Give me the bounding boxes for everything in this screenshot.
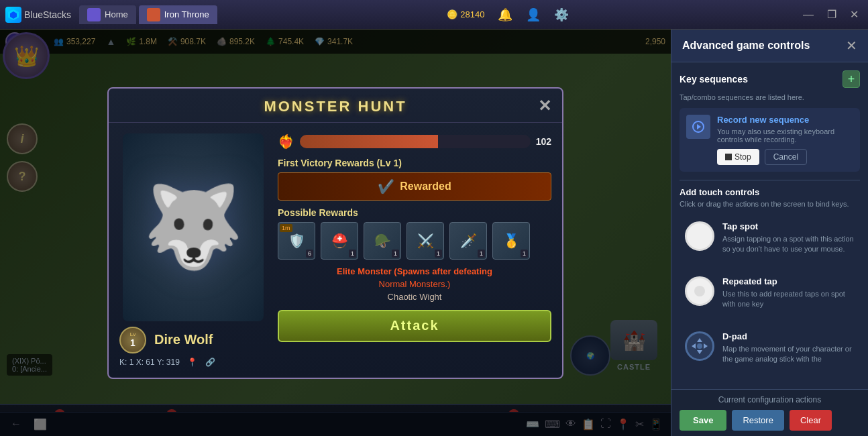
repeated-tap-text: Repeated tap Use this to add repeated ta…: [722, 276, 855, 310]
window-controls: — ❐ ✕: [799, 7, 868, 22]
save-button[interactable]: Save: [680, 410, 726, 431]
hp-icon: ❤️‍🔥: [278, 133, 294, 150]
rewarded-text: Rewarded: [400, 180, 451, 193]
svg-marker-3: [697, 124, 701, 129]
currency-amount: 28140: [460, 9, 484, 19]
attack-button[interactable]: Attack: [278, 310, 551, 342]
reward-item-4: ⚔️ 1: [406, 222, 444, 260]
lv-num: 1: [130, 337, 135, 348]
location-pin-icon[interactable]: 📍: [187, 358, 197, 367]
reward-item: 🛡️ 1m 6: [278, 222, 315, 260]
monster-area: 🐺 Lv 1 Dire Wolf K: 1 X: 6: [119, 133, 267, 367]
title-bar-left: BlueStacks Home Iron Throne: [0, 5, 217, 24]
reward-item-2: ⛑️ 1: [321, 222, 358, 260]
record-icon: [686, 115, 710, 139]
app-name: BlueStacks: [24, 9, 71, 20]
game-area: 13 ✕ 👥 353,227 ▲ 🌿 1.8M ⚒️ 908.7K 🪨 895.…: [0, 30, 868, 436]
repeated-tap-item[interactable]: Repeated tap Use this to add repeated ta…: [680, 271, 860, 315]
tap-spot-title: Tap spot: [722, 221, 855, 231]
game-icon: [147, 8, 160, 21]
share-icon[interactable]: 🔗: [205, 358, 215, 367]
svg-point-8: [697, 343, 702, 349]
add-sequence-button[interactable]: +: [843, 70, 860, 88]
spawn-text: Normal Monsters.): [278, 279, 551, 289]
dpad-text: D-pad Map the movement of your character…: [722, 331, 855, 365]
modal-overlay: MONSTER HUNT ✕ 🐺 Lv 1: [0, 30, 671, 436]
divider-1: [680, 180, 860, 180]
monster-info: Lv 1 Dire Wolf K: 1 X: 61 Y: 319 📍 🔗: [119, 327, 267, 367]
repeated-tap-circle: [685, 276, 714, 306]
reward-icon-2: ⛑️: [331, 233, 348, 249]
level-circle: Lv 1: [119, 327, 146, 353]
tab-game[interactable]: Iron Throne: [139, 5, 217, 24]
svg-marker-5: [697, 350, 702, 354]
reward-icon-6: 🥇: [503, 233, 520, 249]
restore-button[interactable]: Restore: [732, 410, 784, 431]
settings-icon[interactable]: ⚙️: [554, 7, 569, 22]
wolf-emoji: 🐺: [143, 180, 243, 274]
dpad-title: D-pad: [722, 331, 855, 341]
tap-spot-text: Tap spot Assign tapping on a spot with t…: [722, 221, 855, 255]
reward-icon-1: 🛡️: [288, 233, 305, 249]
possible-title: Possible Rewards: [278, 207, 551, 218]
first-victory-section: First Victory Rewards (Lv 1) ✔️ Rewarded: [278, 158, 551, 201]
advanced-panel: Advanced game controls ✕ Key sequences +…: [671, 30, 868, 436]
key-sequences-desc: Tap/combo sequences are listed here.: [680, 93, 860, 101]
title-bar-center: 🪙 28140 🔔 👤 ⚙️: [217, 7, 799, 22]
repeated-tap-title: Repeated tap: [722, 276, 855, 286]
reward-badge-4: 1: [435, 250, 442, 258]
dpad-item[interactable]: D-pad Map the movement of your character…: [680, 326, 860, 370]
rewarded-box: ✔️ Rewarded: [278, 172, 551, 201]
svg-marker-6: [692, 343, 696, 349]
elite-monster-text: Elite Monster (Spawns after defeating: [278, 266, 551, 276]
record-buttons: Stop Cancel: [717, 149, 853, 165]
advanced-panel-body: Key sequences + Tap/combo sequences are …: [671, 62, 868, 389]
footer-title: Current configuration actions: [680, 395, 860, 404]
record-sequence-box: Record new sequence You may also use exi…: [680, 108, 860, 172]
advanced-panel-close[interactable]: ✕: [846, 38, 857, 54]
lv-text: Lv: [130, 331, 135, 337]
reward-item-6: 🥇 1: [492, 222, 530, 260]
notification-icon[interactable]: 🔔: [498, 7, 512, 22]
footer-buttons: Save Restore Clear: [680, 410, 860, 431]
key-sequences-header: Key sequences +: [680, 70, 860, 88]
minimize-button[interactable]: —: [799, 7, 818, 22]
reward-icon-5: 🗡️: [460, 233, 477, 249]
modal-title: MONSTER HUNT: [109, 89, 562, 123]
dpad-desc: Map the movement of your character or th…: [722, 344, 855, 365]
tab-home[interactable]: Home: [79, 5, 136, 24]
record-desc: You may also use existing keyboard contr…: [717, 127, 853, 144]
monster-image: 🐺: [123, 133, 264, 321]
reward-badge-6: 1: [521, 250, 528, 258]
monster-hunt-modal: MONSTER HUNT ✕ 🐺 Lv 1: [107, 87, 563, 379]
advanced-panel-footer: Current configuration actions Save Resto…: [671, 389, 868, 436]
profile-icon[interactable]: 👤: [526, 7, 541, 22]
modal-close-button[interactable]: ✕: [538, 97, 551, 115]
tap-spot-item[interactable]: Tap spot Assign tapping on a spot with t…: [680, 216, 860, 260]
bluestacks-logo: [5, 7, 21, 23]
cancel-button[interactable]: Cancel: [765, 149, 807, 165]
reward-item-5: 🗡️ 1: [449, 222, 487, 260]
key-sequences-title: Key sequences: [680, 74, 748, 85]
maximize-button[interactable]: ❐: [823, 7, 840, 22]
hp-value: 102: [536, 136, 551, 147]
reward-icon-4: ⚔️: [417, 233, 434, 249]
reward-icon-3: 🪖: [374, 233, 391, 249]
advanced-panel-header: Advanced game controls ✕: [671, 30, 868, 62]
hp-bar: [300, 135, 531, 148]
reward-title: First Victory Rewards (Lv 1): [278, 158, 551, 168]
monster-coords: K: 1 X: 61 Y: 319 📍 🔗: [119, 358, 267, 367]
add-touch-desc: Click or drag the actions on the screen …: [680, 200, 860, 208]
reward-badge-5: 1: [478, 250, 485, 258]
svg-marker-4: [697, 338, 702, 342]
reward-badge-tl-1: 1m: [280, 224, 292, 232]
advanced-panel-title: Advanced game controls: [682, 40, 810, 52]
close-window-button[interactable]: ✕: [846, 7, 863, 22]
stop-button[interactable]: Stop: [717, 149, 759, 165]
reward-badge-2: 1: [349, 250, 356, 258]
currency-display: 🪙 28140: [447, 9, 484, 19]
svg-marker-7: [704, 343, 708, 349]
repeated-tap-desc: Use this to add repeated taps on spot wi…: [722, 289, 855, 310]
clear-button[interactable]: Clear: [790, 410, 832, 431]
tap-spot-desc: Assign tapping on a spot with this actio…: [722, 234, 855, 255]
